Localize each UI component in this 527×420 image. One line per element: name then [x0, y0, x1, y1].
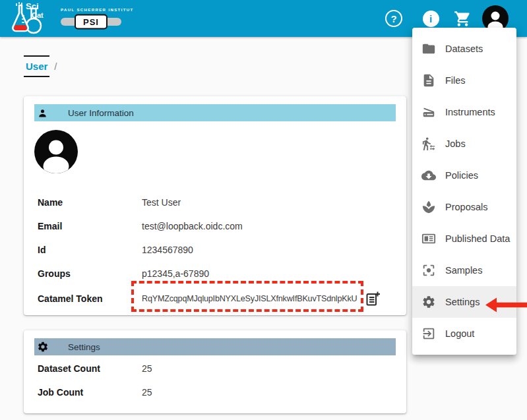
center-focus-icon: [421, 263, 436, 278]
field-label: Name: [34, 197, 142, 208]
user-card-title: User Information: [68, 108, 134, 118]
menu-item-samples[interactable]: Samples: [412, 255, 516, 286]
field-label: Email: [34, 221, 142, 231]
person-icon: [37, 107, 48, 119]
breadcrumb-separator: /: [54, 61, 57, 72]
file-icon: [421, 73, 436, 88]
field-value: 25: [142, 363, 152, 374]
catamel-token-row: Catamel Token RqYMZcqpqMJqlupIbNYXLeSyJI…: [34, 285, 396, 312]
menu-item-label: Policies: [445, 170, 478, 181]
field-value: 25: [142, 387, 152, 398]
field-label: Groups: [34, 268, 142, 279]
help-button[interactable]: ?: [384, 0, 404, 37]
psi-institute-name: PAUL SCHERRER INSTITUT: [61, 8, 121, 12]
svg-text:Cat: Cat: [32, 11, 44, 19]
menu-item-label: Settings: [445, 297, 480, 307]
user-avatar-icon: [34, 130, 78, 173]
menu-item-settings[interactable]: Settings: [412, 286, 516, 318]
menu-item-label: Jobs: [445, 138, 466, 149]
logout-icon: [421, 326, 436, 341]
walking-person-icon: [421, 136, 436, 151]
field-label: Id: [34, 245, 142, 255]
settings-card-header: Settings: [34, 338, 396, 355]
gear-icon: [37, 341, 49, 353]
menu-item-jobs[interactable]: Jobs: [412, 128, 516, 160]
menu-item-logout[interactable]: Logout: [412, 318, 516, 349]
scicat-logo-icon[interactable]: Sci Cat: [8, 1, 47, 36]
field-value: Test User: [142, 197, 181, 208]
menu-item-label: Files: [445, 75, 466, 86]
psi-badge: PSI: [61, 14, 121, 30]
settings-field-row: Dataset Count 25: [34, 357, 396, 380]
menu-item-label: Published Data: [445, 233, 510, 244]
gear-icon: [421, 295, 436, 309]
menu-item-label: Datasets: [445, 44, 483, 54]
menu-item-published-data[interactable]: Published Data: [412, 223, 516, 255]
user-field-row: Name Test User: [34, 191, 396, 214]
copy-token-button[interactable]: [365, 291, 381, 307]
field-value: 1234567890: [142, 245, 193, 255]
user-card-header: User Information: [34, 104, 396, 121]
account-dropdown-menu: Datasets Files Instruments Jobs Policies…: [412, 28, 516, 355]
breadcrumb: User /: [24, 55, 57, 77]
breadcrumb-user-link[interactable]: User: [24, 55, 49, 77]
field-label: Job Count: [34, 387, 142, 398]
menu-item-datasets[interactable]: Datasets: [412, 33, 516, 65]
psi-logo[interactable]: PAUL SCHERRER INSTITUT PSI: [61, 8, 121, 30]
scanner-icon: [421, 105, 436, 119]
folder-icon: [421, 42, 436, 56]
settings-card: Settings Dataset Count 25 Job Count 25: [24, 330, 406, 413]
info-icon: i: [423, 11, 439, 27]
field-label: Catamel Token: [34, 293, 142, 304]
field-value: test@loopback.oidc.com: [142, 221, 243, 231]
reader-icon: [421, 231, 436, 246]
psi-badge-text: PSI: [75, 14, 108, 29]
copy-icon: [365, 291, 381, 307]
user-field-row: Groups p12345,a-67890: [34, 262, 396, 285]
cart-icon: [454, 10, 472, 28]
help-icon: ?: [385, 10, 402, 27]
menu-item-proposals[interactable]: Proposals: [412, 191, 516, 223]
field-value: p12345,a-67890: [142, 268, 209, 279]
spa-icon: [421, 200, 436, 214]
field-label: Dataset Count: [34, 363, 142, 374]
menu-item-label: Samples: [445, 265, 482, 276]
menu-item-policies[interactable]: Policies: [412, 160, 516, 191]
settings-card-title: Settings: [68, 342, 100, 352]
user-information-card: User Information Name Test User Email te…: [24, 96, 406, 315]
cloud-download-icon: [421, 168, 436, 183]
menu-item-instruments[interactable]: Instruments: [412, 96, 516, 128]
svg-text:Sci: Sci: [26, 1, 39, 11]
user-field-row: Email test@loopback.oidc.com: [34, 214, 396, 238]
settings-field-row: Job Count 25: [34, 380, 396, 404]
menu-item-label: Proposals: [445, 202, 487, 212]
user-field-row: Id 1234567890: [34, 238, 396, 262]
menu-item-label: Logout: [445, 328, 474, 339]
menu-item-files[interactable]: Files: [412, 65, 516, 96]
menu-item-label: Instruments: [445, 107, 495, 117]
catamel-token-value: RqYMZcqpqMJqlupIbNYXLeSyJISLXfnkwIfBKuvT…: [142, 294, 357, 303]
